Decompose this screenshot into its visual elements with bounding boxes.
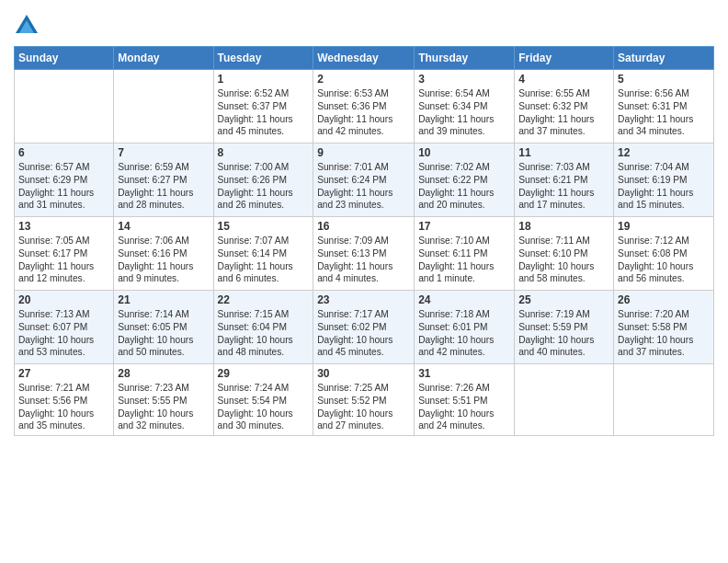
day-cell: 23Sunrise: 7:17 AM Sunset: 6:02 PM Dayli… xyxy=(313,291,415,364)
day-info: Sunrise: 7:10 AM Sunset: 6:11 PM Dayligh… xyxy=(418,235,510,285)
day-cell: 12Sunrise: 7:04 AM Sunset: 6:19 PM Dayli… xyxy=(614,144,714,217)
day-info: Sunrise: 6:55 AM Sunset: 6:32 PM Dayligh… xyxy=(518,87,609,138)
day-cell: 21Sunrise: 7:14 AM Sunset: 6:05 PM Dayli… xyxy=(114,291,213,364)
page: SundayMondayTuesdayWednesdayThursdayFrid… xyxy=(0,0,728,563)
day-info: Sunrise: 7:12 AM Sunset: 6:08 PM Dayligh… xyxy=(618,235,710,285)
week-row-4: 20Sunrise: 7:13 AM Sunset: 6:07 PM Dayli… xyxy=(15,291,714,364)
day-number: 7 xyxy=(118,146,209,159)
day-info: Sunrise: 7:05 AM Sunset: 6:17 PM Dayligh… xyxy=(18,235,109,285)
col-header-tuesday: Tuesday xyxy=(213,47,313,70)
day-cell: 6Sunrise: 6:57 AM Sunset: 6:29 PM Daylig… xyxy=(15,144,114,217)
day-number: 26 xyxy=(618,293,710,306)
day-number: 11 xyxy=(518,146,609,159)
day-number: 10 xyxy=(418,146,510,159)
day-info: Sunrise: 7:04 AM Sunset: 6:19 PM Dayligh… xyxy=(618,161,710,212)
day-info: Sunrise: 6:56 AM Sunset: 6:31 PM Dayligh… xyxy=(618,87,710,138)
day-cell: 7Sunrise: 6:59 AM Sunset: 6:27 PM Daylig… xyxy=(114,144,213,217)
day-info: Sunrise: 7:15 AM Sunset: 6:04 PM Dayligh… xyxy=(218,308,310,359)
day-number: 22 xyxy=(218,293,310,306)
day-info: Sunrise: 7:19 AM Sunset: 5:59 PM Dayligh… xyxy=(518,308,609,359)
day-cell: 27Sunrise: 7:21 AM Sunset: 5:56 PM Dayli… xyxy=(15,364,114,436)
day-cell: 30Sunrise: 7:25 AM Sunset: 5:52 PM Dayli… xyxy=(313,364,415,436)
day-cell xyxy=(614,364,714,436)
day-number: 17 xyxy=(418,220,510,233)
day-info: Sunrise: 7:01 AM Sunset: 6:24 PM Dayligh… xyxy=(317,161,410,212)
day-info: Sunrise: 7:20 AM Sunset: 5:58 PM Dayligh… xyxy=(618,308,710,359)
day-cell: 9Sunrise: 7:01 AM Sunset: 6:24 PM Daylig… xyxy=(313,144,415,217)
day-cell: 14Sunrise: 7:06 AM Sunset: 6:16 PM Dayli… xyxy=(114,217,213,291)
day-number: 19 xyxy=(618,220,710,233)
day-number: 24 xyxy=(418,293,510,306)
day-cell: 13Sunrise: 7:05 AM Sunset: 6:17 PM Dayli… xyxy=(15,217,114,291)
day-cell xyxy=(114,70,213,144)
col-header-thursday: Thursday xyxy=(415,47,515,70)
day-number: 18 xyxy=(518,220,609,233)
day-number: 16 xyxy=(317,220,410,233)
day-cell: 15Sunrise: 7:07 AM Sunset: 6:14 PM Dayli… xyxy=(213,217,313,291)
week-row-3: 13Sunrise: 7:05 AM Sunset: 6:17 PM Dayli… xyxy=(15,217,714,291)
day-info: Sunrise: 7:06 AM Sunset: 6:16 PM Dayligh… xyxy=(118,235,209,285)
day-number: 8 xyxy=(218,146,310,159)
day-cell: 2Sunrise: 6:53 AM Sunset: 6:36 PM Daylig… xyxy=(313,70,415,144)
day-info: Sunrise: 6:54 AM Sunset: 6:34 PM Dayligh… xyxy=(418,87,510,138)
day-number: 29 xyxy=(218,367,310,380)
day-info: Sunrise: 7:26 AM Sunset: 5:51 PM Dayligh… xyxy=(418,382,510,432)
day-info: Sunrise: 7:25 AM Sunset: 5:52 PM Dayligh… xyxy=(317,382,410,432)
day-info: Sunrise: 7:24 AM Sunset: 5:54 PM Dayligh… xyxy=(218,382,310,432)
day-info: Sunrise: 6:53 AM Sunset: 6:36 PM Dayligh… xyxy=(317,87,410,138)
day-number: 23 xyxy=(317,293,410,306)
day-cell: 24Sunrise: 7:18 AM Sunset: 6:01 PM Dayli… xyxy=(415,291,515,364)
day-info: Sunrise: 7:11 AM Sunset: 6:10 PM Dayligh… xyxy=(518,235,609,285)
day-number: 12 xyxy=(618,146,710,159)
day-cell: 28Sunrise: 7:23 AM Sunset: 5:55 PM Dayli… xyxy=(114,364,213,436)
day-info: Sunrise: 6:52 AM Sunset: 6:37 PM Dayligh… xyxy=(218,87,310,138)
day-number: 1 xyxy=(218,73,310,86)
day-number: 25 xyxy=(518,293,609,306)
day-number: 31 xyxy=(418,367,510,380)
col-header-wednesday: Wednesday xyxy=(313,47,415,70)
day-cell: 31Sunrise: 7:26 AM Sunset: 5:51 PM Dayli… xyxy=(415,364,515,436)
logo xyxy=(14,13,41,39)
day-info: Sunrise: 7:09 AM Sunset: 6:13 PM Dayligh… xyxy=(317,235,410,285)
week-row-1: 1Sunrise: 6:52 AM Sunset: 6:37 PM Daylig… xyxy=(15,70,714,144)
day-cell: 29Sunrise: 7:24 AM Sunset: 5:54 PM Dayli… xyxy=(213,364,313,436)
day-cell: 17Sunrise: 7:10 AM Sunset: 6:11 PM Dayli… xyxy=(415,217,515,291)
day-number: 6 xyxy=(18,146,109,159)
day-cell: 18Sunrise: 7:11 AM Sunset: 6:10 PM Dayli… xyxy=(515,217,614,291)
day-cell: 4Sunrise: 6:55 AM Sunset: 6:32 PM Daylig… xyxy=(515,70,614,144)
day-info: Sunrise: 7:03 AM Sunset: 6:21 PM Dayligh… xyxy=(518,161,609,212)
week-row-5: 27Sunrise: 7:21 AM Sunset: 5:56 PM Dayli… xyxy=(15,364,714,436)
week-row-2: 6Sunrise: 6:57 AM Sunset: 6:29 PM Daylig… xyxy=(15,144,714,217)
day-number: 20 xyxy=(18,293,109,306)
calendar-table: SundayMondayTuesdayWednesdayThursdayFrid… xyxy=(14,46,714,436)
day-cell: 8Sunrise: 7:00 AM Sunset: 6:26 PM Daylig… xyxy=(213,144,313,217)
col-header-monday: Monday xyxy=(114,47,213,70)
day-number: 21 xyxy=(118,293,209,306)
day-info: Sunrise: 7:17 AM Sunset: 6:02 PM Dayligh… xyxy=(317,308,410,359)
day-cell xyxy=(515,364,614,436)
day-info: Sunrise: 6:57 AM Sunset: 6:29 PM Dayligh… xyxy=(18,161,109,212)
day-number: 13 xyxy=(18,220,109,233)
day-info: Sunrise: 7:07 AM Sunset: 6:14 PM Dayligh… xyxy=(218,235,310,285)
col-header-friday: Friday xyxy=(515,47,614,70)
day-info: Sunrise: 7:02 AM Sunset: 6:22 PM Dayligh… xyxy=(418,161,510,212)
header-row: SundayMondayTuesdayWednesdayThursdayFrid… xyxy=(15,47,714,70)
day-number: 5 xyxy=(618,73,710,86)
day-info: Sunrise: 7:21 AM Sunset: 5:56 PM Dayligh… xyxy=(18,382,109,432)
day-number: 9 xyxy=(317,146,410,159)
day-cell: 26Sunrise: 7:20 AM Sunset: 5:58 PM Dayli… xyxy=(614,291,714,364)
day-number: 4 xyxy=(518,73,609,86)
day-cell: 1Sunrise: 6:52 AM Sunset: 6:37 PM Daylig… xyxy=(213,70,313,144)
col-header-sunday: Sunday xyxy=(15,47,114,70)
day-cell: 22Sunrise: 7:15 AM Sunset: 6:04 PM Dayli… xyxy=(213,291,313,364)
day-info: Sunrise: 7:18 AM Sunset: 6:01 PM Dayligh… xyxy=(418,308,510,359)
day-info: Sunrise: 6:59 AM Sunset: 6:27 PM Dayligh… xyxy=(118,161,209,212)
day-number: 15 xyxy=(218,220,310,233)
day-info: Sunrise: 7:00 AM Sunset: 6:26 PM Dayligh… xyxy=(218,161,310,212)
day-cell: 19Sunrise: 7:12 AM Sunset: 6:08 PM Dayli… xyxy=(614,217,714,291)
day-number: 2 xyxy=(317,73,410,86)
day-number: 3 xyxy=(418,73,510,86)
day-cell: 10Sunrise: 7:02 AM Sunset: 6:22 PM Dayli… xyxy=(415,144,515,217)
day-info: Sunrise: 7:23 AM Sunset: 5:55 PM Dayligh… xyxy=(118,382,209,432)
day-number: 14 xyxy=(118,220,209,233)
